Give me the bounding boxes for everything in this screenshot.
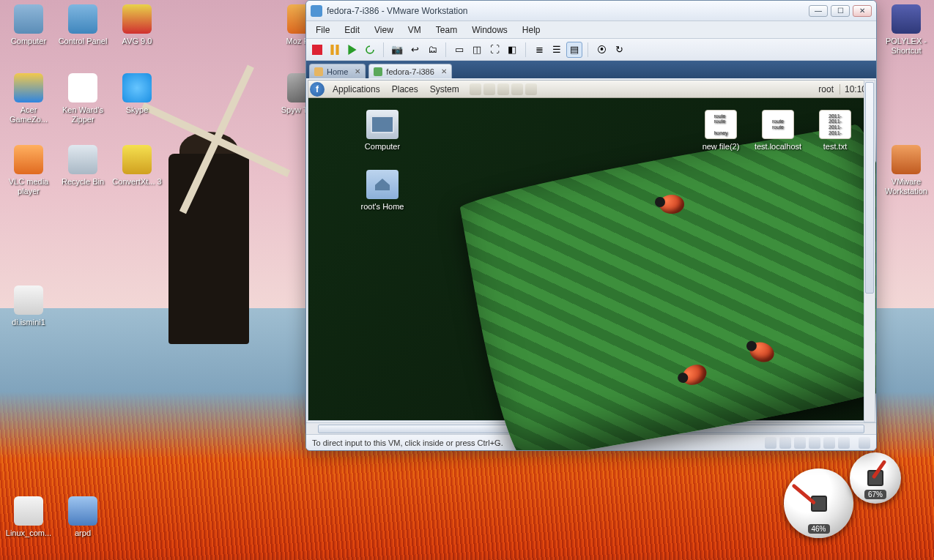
icon-label: VLC media player <box>1 177 56 195</box>
cpu-percent: 46% <box>807 524 829 534</box>
ken-wards-zipper-icon <box>68 73 97 102</box>
show-console-button[interactable]: ▭ <box>451 42 467 58</box>
console-view-button[interactable]: ▤ <box>566 42 582 58</box>
summary-view-button[interactable]: ≣ <box>531 42 547 58</box>
tab-home[interactable]: Home ✕ <box>309 64 366 78</box>
menu-file[interactable]: File <box>309 23 336 37</box>
device-usb-icon[interactable] <box>823 437 835 449</box>
tab-fedora-close-icon[interactable]: ✕ <box>441 67 447 75</box>
vmware-workstation-window: fedora-7-i386 - VMware Workstation — ☐ ✕… <box>305 0 877 451</box>
capture-movie-button[interactable]: ⦿ <box>593 42 609 58</box>
message-log-icon[interactable] <box>859 437 870 449</box>
menu-edit[interactable]: Edit <box>338 23 366 37</box>
icon-label: AVG 9.0 <box>110 37 164 46</box>
desktop-icon-vlc[interactable]: VLC media player <box>1 145 56 195</box>
cpu-meter-gadget[interactable]: 46% <box>784 468 853 538</box>
guest-icon-roots-home[interactable]: root's Home <box>352 170 412 211</box>
reset-button[interactable] <box>362 42 378 58</box>
guest-file-new-file-2[interactable]: route route honey new file(2) <box>691 110 751 151</box>
text-file-icon: route route honey <box>705 110 737 139</box>
menu-vm[interactable]: VM <box>401 23 428 37</box>
recycle-bin-icon <box>68 145 97 174</box>
desktop-icon-vmware-workstation[interactable]: VMware Workstation <box>879 145 933 195</box>
skype-icon <box>122 73 152 102</box>
browser-launcher-icon[interactable] <box>470 83 481 95</box>
misc-launcher-icon[interactable] <box>525 83 537 95</box>
appliance-view-button[interactable]: ☰ <box>549 42 565 58</box>
guest-file-test-localhost[interactable]: route route test.localhost <box>748 110 808 151</box>
icon-label: Acer GameZo... <box>1 105 56 124</box>
icon-label: POLYLEX - Shortcut <box>879 37 933 55</box>
suspend-button[interactable] <box>327 42 343 58</box>
revert-snapshot-button[interactable]: ↩ <box>407 42 423 58</box>
close-button[interactable]: ✕ <box>853 5 872 17</box>
icon-label: root's Home <box>361 202 404 211</box>
guest-icon-computer[interactable]: Computer <box>352 110 412 151</box>
mail-launcher-icon[interactable] <box>483 83 495 95</box>
desktop-icon-polylex[interactable]: POLYLEX - Shortcut <box>879 4 933 55</box>
computer-icon <box>366 110 399 139</box>
guest-file-test-txt[interactable]: 2011- 2011- 2011- 2011- test.txt <box>805 110 865 151</box>
computer-icon <box>14 4 43 34</box>
fullscreen-button[interactable]: ⛶ <box>486 42 503 58</box>
desktop-icon-avg[interactable]: AVG 9.0 <box>110 4 164 46</box>
icon-label: di.ismini1 <box>1 318 56 327</box>
unity-button[interactable]: ◧ <box>504 42 520 58</box>
device-cdrom-icon[interactable] <box>779 437 791 449</box>
home-icon <box>314 67 323 76</box>
desktop-icon-skype[interactable]: Skype <box>110 73 164 115</box>
power-off-button[interactable] <box>309 42 325 58</box>
gnome-menu-system[interactable]: System <box>424 84 465 94</box>
svg-rect-1 <box>330 45 333 55</box>
menu-windows[interactable]: Windows <box>465 23 514 37</box>
desktop-icon-acer-gamezone[interactable]: Acer GameZo... <box>1 73 56 124</box>
gnome-launchers <box>470 83 537 95</box>
desktop-icon-di-ismini1[interactable]: di.ismini1 <box>1 285 56 327</box>
gnome-menu-places[interactable]: Places <box>386 84 424 94</box>
device-floppy-icon[interactable] <box>794 437 806 449</box>
desktop-icon-computer[interactable]: Computer <box>1 4 56 46</box>
icon-label: Computer <box>365 142 400 151</box>
print-launcher-icon[interactable] <box>497 83 509 95</box>
quick-switch-button[interactable]: ◫ <box>469 42 485 58</box>
desktop-icon-convertxtodvd[interactable]: ConvertXt... 3 <box>110 145 164 187</box>
icon-label: Recycle Bin <box>56 177 110 187</box>
tab-fedora[interactable]: fedora-7-i386 ✕ <box>368 64 451 78</box>
vmware-workstation-icon <box>892 145 921 174</box>
svg-marker-3 <box>348 45 356 55</box>
roots-home-icon <box>366 170 399 199</box>
snapshot-button[interactable]: 📷 <box>389 42 405 58</box>
desktop-icon-recycle-bin[interactable]: Recycle Bin <box>56 145 110 187</box>
snapshot-manager-button[interactable]: 🗂 <box>424 42 440 58</box>
menu-help[interactable]: Help <box>516 23 547 37</box>
linux-com-icon <box>14 496 43 526</box>
tab-home-close-icon[interactable]: ✕ <box>355 67 360 75</box>
menu-view[interactable]: View <box>368 23 400 37</box>
desktop-icon-control-panel[interactable]: Control Panel <box>56 4 110 46</box>
replay-button[interactable]: ↻ <box>611 42 627 58</box>
text-file-icon: route route <box>762 110 794 139</box>
gnome-user[interactable]: root <box>812 84 840 94</box>
desktop-icon-linux-com[interactable]: Linux_com... <box>1 496 56 538</box>
desktop-icon-ken-wards-zipper[interactable]: Ken Ward's Zipper <box>56 73 110 124</box>
maximize-button[interactable]: ☐ <box>831 5 850 17</box>
avg-icon <box>122 4 152 34</box>
memory-meter-gadget[interactable]: 67% <box>850 452 901 504</box>
gnome-menu-applications[interactable]: Applications <box>327 84 386 94</box>
minimize-button[interactable]: — <box>809 5 828 17</box>
device-harddisk-icon[interactable] <box>765 437 777 449</box>
arpd-icon <box>68 496 97 526</box>
device-sound-icon[interactable] <box>838 437 850 449</box>
menu-team[interactable]: Team <box>429 23 464 37</box>
device-network-icon[interactable] <box>809 437 820 449</box>
icon-label: Ken Ward's Zipper <box>56 105 110 124</box>
fedora-logo-icon[interactable]: f <box>310 82 325 97</box>
icon-label: VMware Workstation <box>879 177 933 195</box>
titlebar[interactable]: fedora-7-i386 - VMware Workstation — ☐ ✕ <box>306 1 876 21</box>
office-launcher-icon[interactable] <box>511 83 523 95</box>
power-on-button[interactable] <box>344 42 360 58</box>
vm-guest-display[interactable]: f Applications Places System root 10:10 … <box>308 80 875 421</box>
vertical-scrollbar[interactable] <box>864 80 875 422</box>
convertxtodvd-icon <box>122 145 152 174</box>
desktop-icon-arpd[interactable]: arpd <box>56 496 110 538</box>
